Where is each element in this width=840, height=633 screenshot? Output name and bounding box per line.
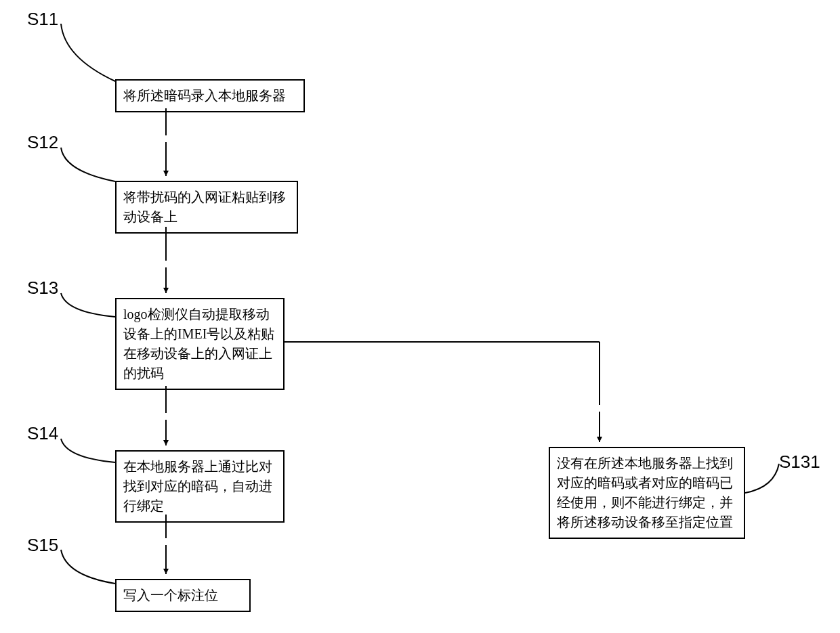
label-s15-connector — [51, 543, 119, 590]
label-s11-connector — [51, 17, 119, 85]
label-s131: S131 — [779, 452, 820, 473]
box-s13: logo检测仪自动提取移动设备上的IMEI号以及粘贴在移动设备上的入网证上的扰码 — [115, 298, 285, 390]
label-s13-connector — [51, 286, 119, 324]
box-s12: 将带扰码的入网证粘贴到移动设备上 — [115, 181, 298, 234]
label-s13: S13 — [27, 278, 58, 299]
box-s14: 在本地服务器上通过比对找到对应的暗码，自动进行绑定 — [115, 450, 285, 523]
label-s14: S14 — [27, 423, 58, 444]
label-s14-connector — [51, 432, 119, 469]
box-s131: 没有在所述本地服务器上找到对应的暗码或者对应的暗码已经使用，则不能进行绑定，并将… — [549, 447, 745, 539]
label-s12: S12 — [27, 132, 58, 153]
box-s15: 写入一个标注位 — [115, 579, 251, 612]
label-s12-connector — [51, 141, 119, 188]
label-s15: S15 — [27, 535, 58, 556]
label-s11: S11 — [27, 9, 58, 30]
box-s11: 将所述暗码录入本地服务器 — [115, 79, 305, 112]
